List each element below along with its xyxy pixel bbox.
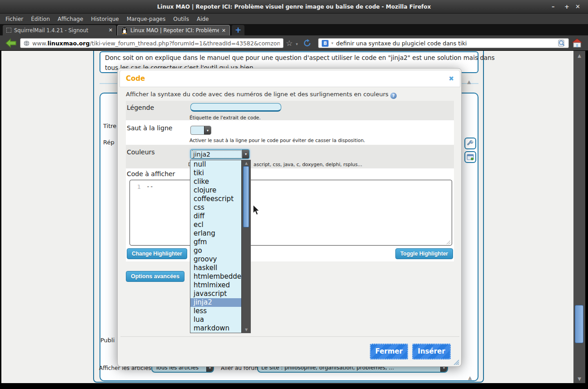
inserer-button[interactable]: Insérer: [412, 344, 451, 359]
menu-affichage[interactable]: Affichage: [58, 16, 83, 22]
url-path: /tiki-view_forum_thread.php?forumId=1&th…: [90, 40, 280, 47]
code-editor[interactable]: 1 --: [130, 180, 452, 246]
menu-aide[interactable]: Aide: [197, 16, 209, 22]
dropdown-option-groovy[interactable]: groovy: [190, 255, 242, 264]
magnifier-search-icon[interactable]: [558, 39, 565, 47]
bookmark-star-icon[interactable]: ☆: [286, 39, 293, 47]
bookmark-dropdown-caret-icon[interactable]: ▾: [296, 42, 298, 46]
tab-label: Linux MAO | Repoter ICI: Problème ...: [130, 27, 219, 34]
search-input-value[interactable]: definir una syntaxe du plugiciel code da…: [336, 40, 555, 47]
dropdown-option-markdown[interactable]: markdown: [190, 324, 242, 333]
select-caret-icon[interactable]: ▾: [242, 150, 249, 158]
dialog-close-icon[interactable]: ✖: [448, 75, 454, 82]
change-highlighter-button[interactable]: Change Highlighter: [127, 248, 187, 259]
url-domain: linuxmao.org: [48, 40, 90, 47]
dropdown-option-diff[interactable]: diff: [190, 212, 242, 221]
dropdown-option-clike[interactable]: clike: [190, 177, 242, 186]
url-address-bar[interactable]: www.linuxmao.org/tiki-view_forum_thread.…: [20, 38, 284, 48]
page-scrollbar[interactable]: ▲ ▼: [573, 51, 585, 384]
window-plus-icon: [467, 154, 474, 160]
reload-button[interactable]: [303, 39, 312, 47]
options-avancees-button[interactable]: Options avancées: [126, 271, 184, 282]
legende-label: Légende: [127, 104, 154, 111]
dropdown-scrollbar[interactable]: ▲ ▼: [241, 160, 250, 333]
tab-squirrelmail[interactable]: SquirrelMail 1.4.21 - Signout ✕: [3, 25, 116, 35]
tab-close-icon[interactable]: ✕: [109, 27, 113, 33]
couleurs-label: Couleurs: [127, 148, 155, 156]
menu-outils[interactable]: Outils: [173, 16, 189, 22]
collapse-section-arrow-icon[interactable]: ▲: [468, 375, 472, 381]
window-title: Linux MAO | Repoter ICI: Problème visuel…: [0, 0, 588, 14]
code-a-afficher-label: Code à afficher: [127, 170, 175, 177]
menu-marque-pages[interactable]: Marque-pages: [127, 16, 166, 22]
dialog-header[interactable]: Code ✖: [120, 70, 460, 87]
window-close-button[interactable]: ✕: [575, 4, 580, 10]
search-engine-caret-icon[interactable]: ▾: [331, 41, 334, 45]
help-icon[interactable]: ?: [390, 93, 397, 99]
editor-line-number: 1: [134, 183, 141, 190]
collapse-section-arrow-icon[interactable]: ▲: [467, 79, 471, 85]
dropdown-scrollbar-thumb[interactable]: [243, 166, 249, 227]
dropdown-option-tiki[interactable]: tiki: [190, 169, 242, 177]
mouse-cursor: [253, 204, 261, 216]
couleurs-select[interactable]: jinja2 ▾: [190, 149, 249, 159]
url-prefix: www.: [32, 40, 48, 47]
back-button[interactable]: [5, 38, 17, 49]
dropdown-option-javascript[interactable]: javascript: [190, 290, 242, 298]
textarea-resize-grip-icon[interactable]: [446, 240, 450, 244]
menu-historique[interactable]: Historique: [91, 16, 119, 22]
dropdown-option-erlang[interactable]: erlang: [190, 229, 242, 238]
scroll-up-arrow-icon[interactable]: ▲: [573, 53, 585, 58]
select-caret-icon[interactable]: ▾: [204, 126, 211, 134]
wrench-icon: [467, 140, 474, 147]
toggle-highlighter-button[interactable]: Toggle Highlighter: [395, 248, 453, 259]
window-maximize-button[interactable]: +: [564, 4, 569, 10]
dropdown-option-jinja2[interactable]: jinja2: [190, 298, 242, 307]
dropdown-option-htmlmixed[interactable]: htmlmixed: [190, 281, 242, 290]
scroll-down-arrow-icon[interactable]: ▼: [573, 376, 585, 381]
tab-close-icon[interactable]: ✕: [222, 28, 226, 34]
globe-icon: [24, 40, 30, 46]
titre-label: Titre: [103, 123, 116, 129]
google-search-engine-icon[interactable]: 8: [322, 40, 329, 47]
menu--dition[interactable]: Édition: [31, 16, 50, 22]
post-text-line: Donc soit on on explique dans le manuel …: [105, 54, 495, 61]
couleurs-selected-value: jinja2: [192, 150, 242, 158]
wrench-tools-button[interactable]: [464, 138, 476, 149]
dropdown-option-go[interactable]: go: [190, 246, 242, 255]
dropdown-option-less[interactable]: less: [190, 307, 242, 315]
scroll-down-arrow-icon[interactable]: ▼: [242, 328, 251, 332]
couleurs-row: Couleurs jinja2 ▾ D ascript, css, java, …: [126, 145, 454, 168]
saut-select[interactable]: ▾: [190, 126, 211, 135]
tab-bar: SquirrelMail 1.4.21 - Signout ✕ Linux MA…: [0, 24, 588, 35]
dropdown-option-lua[interactable]: lua: [190, 315, 242, 324]
fermer-button[interactable]: Fermer: [370, 344, 408, 359]
scroll-up-arrow-icon[interactable]: ▲: [242, 161, 251, 165]
dropdown-option-htmlembedded[interactable]: htmlembedded: [190, 272, 242, 281]
legende-input[interactable]: [190, 103, 281, 112]
dropdown-option-coffeescript[interactable]: coffeescript: [190, 195, 242, 203]
dialog-title: Code: [126, 74, 145, 83]
publier-label: Publi: [100, 337, 115, 344]
dropdown-option-null[interactable]: null: [190, 160, 242, 169]
reponse-label: Rép: [103, 139, 115, 146]
dropdown-option-ecl[interactable]: ecl: [190, 221, 242, 229]
dropdown-option-gfm[interactable]: gfm: [190, 238, 242, 246]
dropdown-option-haskell[interactable]: haskell: [190, 264, 242, 272]
dropdown-option-css[interactable]: css: [190, 203, 242, 212]
tab-linuxmao-active[interactable]: Linux MAO | Repoter ICI: Problème ... ✕: [117, 25, 230, 35]
saut-help: Activer le saut à la ligne pour le code …: [189, 138, 365, 143]
dialog-resize-grip-icon[interactable]: [453, 359, 459, 365]
window-border: [0, 383, 588, 389]
window-minimize-button[interactable]: –: [552, 4, 555, 10]
search-bar[interactable]: 8 ▾ definir una syntaxe du plugiciel cod…: [318, 38, 569, 48]
dropdown-option-clojure[interactable]: clojure: [190, 186, 242, 195]
saut-row: Saut à la ligne ▾ Activer le saut à la l…: [126, 120, 454, 145]
dropdown-options: nulltikiclikeclojurecoffeescriptcssdiffe…: [190, 160, 242, 333]
home-button[interactable]: [572, 38, 583, 49]
new-tab-button[interactable]: +: [232, 25, 244, 35]
fullscreen-window-button[interactable]: [464, 151, 476, 163]
scrollbar-thumb[interactable]: [575, 305, 583, 343]
dialog-description-text: Afficher la syntaxe du code avec des num…: [126, 91, 389, 98]
menu-fichier[interactable]: Fichier: [5, 16, 23, 22]
